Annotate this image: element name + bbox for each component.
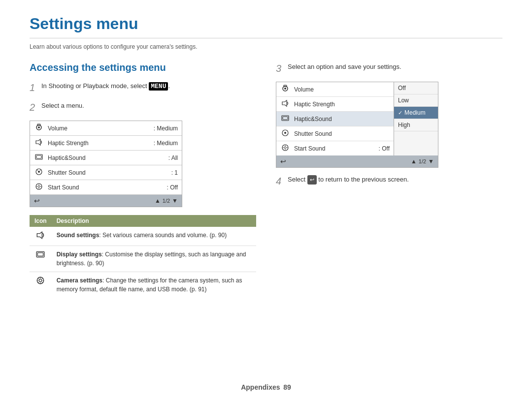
cam-value-0: : Medium: [154, 125, 178, 132]
cam3-row-3: Shutter Sound: [276, 126, 394, 141]
camera-ui-right: Volume Haptic Strength: [276, 82, 438, 168]
up-arrow-right[interactable]: ▲: [411, 158, 417, 165]
desc-bold-1: Display settings: [57, 251, 102, 258]
cam-icon-0: [34, 123, 44, 133]
svg-rect-20: [283, 117, 288, 120]
table-icon-0: [30, 227, 52, 246]
cam-label-1: Haptic Strength: [48, 140, 150, 147]
cam3-menu-list: Volume Haptic Strength: [276, 82, 394, 155]
right-column: 3 Select an option and save your setting…: [276, 62, 502, 298]
cam-label-0: Volume: [48, 125, 150, 132]
footer-page: 89: [283, 383, 291, 391]
left-column: Accessing the settings menu 1 In Shootin…: [30, 62, 256, 298]
cam-icon-4: [34, 183, 44, 192]
svg-rect-12: [38, 253, 43, 256]
page-subtitle: Learn about various options to configure…: [30, 43, 502, 50]
step-1-text: In Shooting or Playback mode, select MEN…: [41, 81, 170, 92]
page-indicator-left: ▲ 1/2 ▼: [155, 197, 178, 204]
cam3-icon-4: [280, 144, 290, 153]
step-2: 2 Select a menu.: [30, 101, 256, 114]
cam3-label-4: Start Sound: [294, 145, 375, 152]
up-arrow-left[interactable]: ▲: [155, 197, 161, 204]
table-row: Camera settings: Change the settings for…: [30, 272, 256, 298]
cam-row-0: Volume : Medium: [30, 121, 182, 136]
cam3-label-1: Haptic Strength: [294, 101, 390, 108]
option-medium[interactable]: Medium: [394, 107, 438, 119]
desc-text-0: : Set various camera sounds and volume. …: [99, 232, 227, 239]
page-indicator-right: ▲ 1/2 ▼: [411, 158, 434, 165]
step-4-number: 4: [276, 175, 285, 187]
svg-point-14: [39, 279, 42, 282]
cam3-icon-1: [280, 99, 290, 109]
step-1-text-before: In Shooting or Playback mode, select: [41, 82, 149, 90]
cam-icon-1: [34, 138, 44, 148]
two-columns: Accessing the settings menu 1 In Shootin…: [30, 62, 502, 298]
step-2-number: 2: [30, 101, 38, 114]
step-4: 4 Select ↩ to return to the previous scr…: [276, 175, 502, 187]
cam-value-4: : Off: [167, 184, 178, 191]
camera-ui-footer-right: ↩ ▲ 1/2 ▼: [276, 155, 438, 167]
col-icon-header: Icon: [30, 215, 52, 227]
cam3-row-4: Start Sound : Off: [276, 141, 394, 155]
page-number-left: 1/2: [163, 198, 170, 204]
desc-bold-2: Camera settings: [57, 277, 102, 284]
section-heading: Accessing the settings menu: [30, 62, 256, 73]
back-button-right[interactable]: ↩: [280, 157, 286, 165]
back-icon: ↩: [307, 175, 317, 185]
step-1-number: 1: [30, 81, 38, 94]
cam-icon-3: [34, 168, 44, 177]
cam-label-4: Start Sound: [48, 184, 163, 191]
cam-icon-2: [34, 153, 44, 162]
svg-point-24: [284, 147, 286, 149]
cam3-row-2: Haptic&Sound: [276, 112, 394, 126]
cam3-label-2: Haptic&Sound: [294, 116, 390, 123]
cam-row-2: Haptic&Sound : All: [30, 151, 182, 165]
cam-value-2: : All: [168, 154, 178, 161]
icon-description-table: Icon Description Sound settings: Set var…: [30, 215, 256, 298]
step-4-text-before: Select: [288, 176, 307, 183]
svg-point-22: [284, 132, 286, 134]
step-4-text-after: to return to the previous screen.: [317, 176, 409, 183]
back-button-left[interactable]: ↩: [34, 197, 40, 205]
table-header-row: Icon Description: [30, 215, 256, 227]
table-desc-1: Display settings: Customise the display …: [52, 246, 256, 272]
cam3-value-4: : Off: [379, 145, 390, 152]
cam3-label-0: Volume: [294, 86, 390, 93]
svg-rect-5: [36, 155, 41, 158]
svg-marker-10: [37, 232, 42, 239]
cam3-label-3: Shutter Sound: [294, 130, 390, 137]
svg-marker-3: [36, 139, 40, 145]
step-3-number: 3: [276, 62, 285, 75]
cam-label-2: Haptic&Sound: [48, 154, 165, 161]
cam3-row-1: Haptic Strength: [276, 97, 394, 112]
table-desc-2: Camera settings: Change the settings for…: [52, 272, 256, 298]
cam3-icon-0: [280, 85, 290, 94]
page-footer: Appendixes 89: [0, 383, 532, 391]
cam3-icon-3: [280, 129, 290, 138]
option-low[interactable]: Low: [394, 94, 438, 107]
table-icon-1: [30, 246, 52, 272]
step-3: 3 Select an option and save your setting…: [276, 62, 502, 75]
option-off[interactable]: Off: [394, 82, 438, 94]
step-1: 1 In Shooting or Playback mode, select M…: [30, 81, 256, 94]
cam-value-1: : Medium: [154, 140, 178, 147]
cam3-body: Volume Haptic Strength: [276, 82, 438, 155]
cam-row-4: Start Sound : Off: [30, 180, 182, 195]
desc-bold-0: Sound settings: [57, 232, 100, 239]
step-2-text: Select a menu.: [41, 101, 84, 111]
option-high[interactable]: High: [394, 119, 438, 131]
cam3-row-0: Volume: [276, 82, 394, 97]
svg-marker-18: [282, 100, 287, 106]
svg-point-1: [38, 126, 40, 128]
step-1-text-after: .: [168, 82, 170, 90]
cam3-icon-2: [280, 114, 290, 123]
cam-label-3: Shutter Sound: [48, 169, 167, 176]
down-arrow-left[interactable]: ▼: [172, 197, 178, 204]
page-container: Settings menu Learn about various option…: [0, 0, 532, 312]
cam-row-3: Shutter Sound : 1: [30, 165, 182, 180]
table-row: Display settings: Customise the display …: [30, 246, 256, 272]
table-row: Sound settings: Set various camera sound…: [30, 227, 256, 246]
table-icon-2: [30, 272, 52, 298]
down-arrow-right[interactable]: ▼: [428, 158, 434, 165]
table-desc-0: Sound settings: Set various camera sound…: [52, 227, 256, 246]
